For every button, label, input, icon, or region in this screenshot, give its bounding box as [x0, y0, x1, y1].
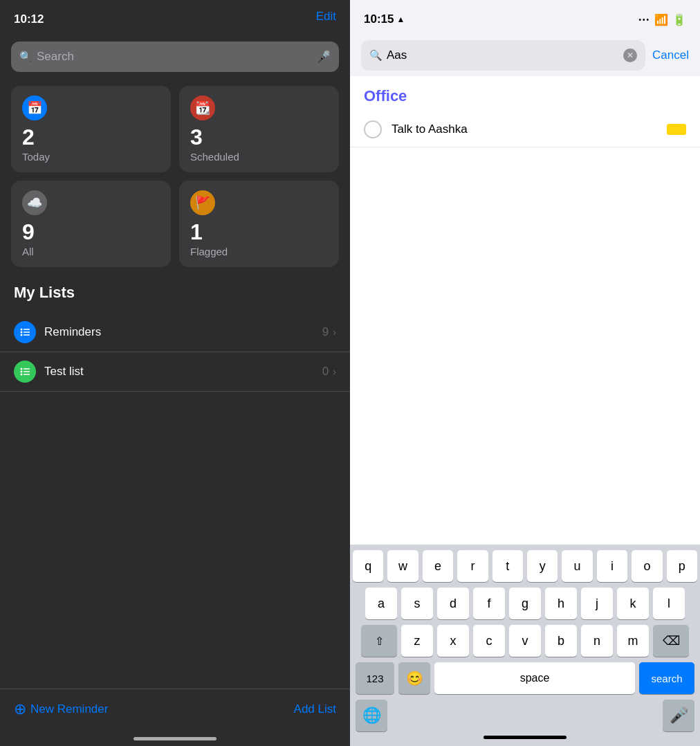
- all-icon: ☁️: [22, 190, 47, 215]
- search-results: Office Talk to Aashka: [350, 76, 700, 545]
- keyboard-bottom-row: 🌐 🎤: [353, 700, 697, 731]
- results-section-header: Office: [350, 76, 700, 112]
- key-b[interactable]: b: [545, 625, 577, 657]
- left-search-bar[interactable]: 🔍 Search 🎤: [11, 42, 339, 72]
- key-a[interactable]: a: [365, 588, 397, 619]
- list-item-testlist[interactable]: Test list 0 ›: [0, 352, 350, 392]
- key-r[interactable]: r: [457, 550, 488, 582]
- keyboard-row-2: a s d f g h j k l: [353, 588, 697, 619]
- keyboard: q w e r t y u i o p a s d f g h j k l ⇧ …: [350, 545, 700, 746]
- svg-point-2: [21, 331, 23, 334]
- num-key[interactable]: 123: [356, 662, 394, 694]
- key-f[interactable]: f: [473, 588, 505, 619]
- testlist-chevron: ›: [333, 366, 336, 377]
- edit-button[interactable]: Edit: [316, 10, 336, 24]
- battery-icon: 🔋: [672, 13, 686, 26]
- key-h[interactable]: h: [545, 588, 577, 619]
- key-s[interactable]: s: [401, 588, 433, 619]
- smart-list-today[interactable]: 📅 2 Today: [11, 86, 171, 172]
- search-input-value[interactable]: Aas: [387, 48, 623, 62]
- right-time-text: 10:15: [364, 12, 394, 26]
- scheduled-count: 3: [190, 126, 328, 148]
- key-q[interactable]: q: [353, 550, 383, 582]
- key-z[interactable]: z: [401, 625, 433, 657]
- result-checkbox[interactable]: [364, 120, 382, 138]
- key-t[interactable]: t: [492, 550, 523, 582]
- key-d[interactable]: d: [437, 588, 469, 619]
- all-count: 9: [22, 221, 160, 243]
- keyboard-row-3: ⇧ z x c v b n m ⌫: [353, 625, 697, 657]
- smart-list-flagged[interactable]: 🚩 1 Flagged: [179, 181, 339, 267]
- key-v[interactable]: v: [509, 625, 541, 657]
- key-g[interactable]: g: [509, 588, 541, 619]
- delete-icon: ⌫: [663, 633, 680, 648]
- new-reminder-label: New Reminder: [30, 702, 108, 716]
- scheduled-icon: 📆: [190, 95, 215, 120]
- add-list-button[interactable]: Add List: [294, 702, 336, 716]
- wifi-icon: 📶: [654, 13, 668, 26]
- globe-key[interactable]: 🌐: [356, 700, 387, 731]
- left-status-bar: 10:12 Edit: [0, 0, 350, 35]
- key-u[interactable]: u: [562, 550, 592, 582]
- new-reminder-button[interactable]: ⊕ New Reminder: [14, 700, 108, 718]
- key-m[interactable]: m: [617, 625, 649, 657]
- right-search-icon: 🔍: [369, 49, 383, 62]
- testlist-icon: [14, 361, 36, 383]
- smart-lists-grid: 📅 2 Today 📆 3 Scheduled ☁️ 9 All 🚩 1 Fla…: [0, 86, 350, 267]
- my-lists-header: My Lists: [0, 284, 350, 302]
- svg-point-8: [21, 371, 23, 373]
- today-count: 2: [22, 126, 160, 148]
- smart-list-all[interactable]: ☁️ 9 All: [11, 181, 171, 267]
- result-text-0: Talk to Aashka: [392, 122, 667, 136]
- svg-point-4: [21, 334, 23, 336]
- testlist-name: Test list: [44, 365, 322, 379]
- mic-key[interactable]: 🎤: [663, 700, 694, 731]
- all-label: All: [22, 246, 160, 257]
- svg-point-0: [21, 329, 23, 331]
- home-indicator-left: [133, 737, 217, 740]
- shift-key[interactable]: ⇧: [361, 625, 397, 657]
- search-icon: 🔍: [19, 51, 33, 63]
- cancel-button[interactable]: Cancel: [652, 48, 689, 62]
- right-time: 10:15 ▲: [364, 12, 405, 26]
- reminders-chevron: ›: [333, 327, 336, 338]
- key-e[interactable]: e: [423, 550, 453, 582]
- key-w[interactable]: w: [387, 550, 418, 582]
- key-x[interactable]: x: [437, 625, 469, 657]
- today-icon: 📅: [22, 95, 47, 120]
- left-panel: 10:12 Edit 🔍 Search 🎤 📅 2 Today 📆 3 Sche…: [0, 0, 350, 746]
- smart-list-scheduled[interactable]: 📆 3 Scheduled: [179, 86, 339, 172]
- result-item-0[interactable]: Talk to Aashka: [350, 112, 700, 147]
- testlist-count: 0: [322, 365, 329, 379]
- clear-button[interactable]: ✕: [623, 48, 637, 62]
- key-j[interactable]: j: [581, 588, 613, 619]
- flagged-count: 1: [190, 221, 328, 243]
- key-i[interactable]: i: [597, 550, 627, 582]
- emoji-key[interactable]: 😊: [398, 662, 430, 694]
- today-label: Today: [22, 151, 160, 163]
- search-key[interactable]: search: [639, 662, 694, 694]
- keyboard-row-1: q w e r t y u i o p: [353, 550, 697, 582]
- key-o[interactable]: o: [632, 550, 662, 582]
- key-y[interactable]: y: [527, 550, 558, 582]
- flag-icon: [667, 124, 686, 135]
- right-status-bar: 10:15 ▲ ••• 📶 🔋: [350, 0, 700, 35]
- list-item-reminders[interactable]: Reminders 9 ›: [0, 313, 350, 352]
- right-search-bar[interactable]: 🔍 Aas ✕: [361, 40, 645, 71]
- left-search-placeholder: Search: [37, 50, 316, 64]
- right-panel: 10:15 ▲ ••• 📶 🔋 🔍 Aas ✕ Cancel Office Ta…: [350, 0, 700, 746]
- plus-icon: ⊕: [14, 700, 26, 718]
- svg-point-10: [21, 374, 23, 376]
- right-search-row: 🔍 Aas ✕ Cancel: [350, 35, 700, 76]
- key-c[interactable]: c: [473, 625, 505, 657]
- space-key[interactable]: space: [434, 662, 635, 694]
- key-n[interactable]: n: [581, 625, 613, 657]
- keyboard-row-4: 123 😊 space search: [353, 662, 697, 694]
- delete-key[interactable]: ⌫: [653, 625, 689, 657]
- reminders-icon: [14, 321, 36, 343]
- key-k[interactable]: k: [617, 588, 649, 619]
- flagged-icon: 🚩: [190, 190, 215, 215]
- key-l[interactable]: l: [653, 588, 685, 619]
- home-indicator-right: [483, 736, 567, 739]
- key-p[interactable]: p: [667, 550, 697, 582]
